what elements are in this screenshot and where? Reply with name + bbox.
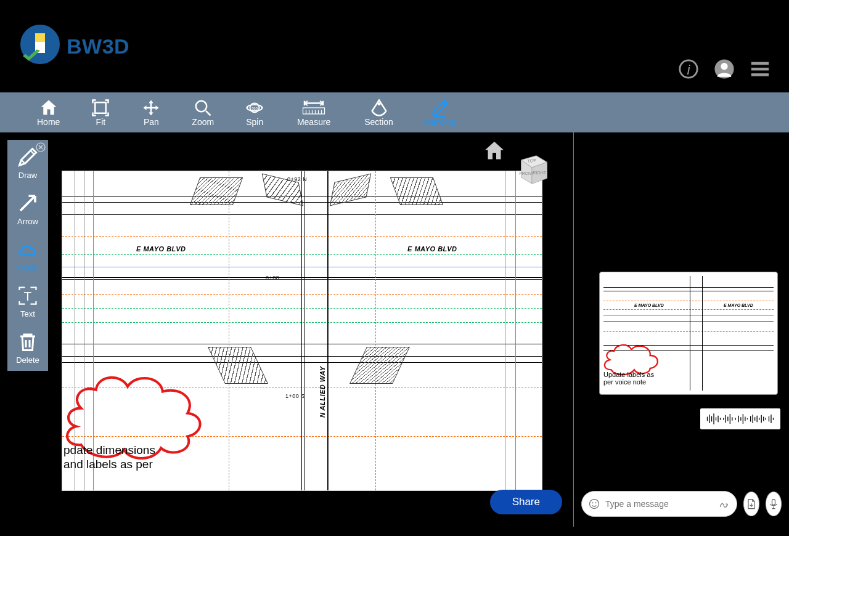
- voice-message[interactable]: [700, 408, 780, 429]
- logo-mark: [18, 25, 62, 68]
- mic-icon: [767, 498, 780, 510]
- file-icon: [745, 498, 758, 510]
- svg-line-9: [206, 111, 211, 116]
- markup-cloud[interactable]: Cloud: [7, 232, 48, 278]
- spin-icon: 360: [245, 99, 264, 117]
- fit-icon: [91, 99, 110, 117]
- svg-point-54: [592, 502, 594, 503]
- toolbar-fit[interactable]: Fit: [91, 99, 110, 127]
- svg-rect-5: [751, 68, 769, 71]
- toolbar-markup[interactable]: Mark-up: [424, 99, 456, 127]
- markup-tools-panel: Draw Arrow Cloud T Text Delete: [7, 140, 48, 371]
- check-icon: [21, 48, 42, 64]
- svg-text:360: 360: [251, 105, 258, 110]
- toolbar-pan[interactable]: Pan: [141, 99, 161, 127]
- arrow-icon: [17, 192, 39, 214]
- chat-input[interactable]: [581, 491, 737, 517]
- markup-arrow[interactable]: Arrow: [7, 186, 48, 232]
- svg-rect-6: [751, 73, 769, 76]
- svg-point-53: [590, 500, 599, 509]
- cad-plan: E MAYO BLVD E MAYO BLVD N ALLIED WAY 0+9…: [62, 171, 542, 490]
- user-icon[interactable]: [714, 59, 735, 79]
- pan-icon: [141, 99, 161, 117]
- toolbar-home[interactable]: Home: [37, 99, 60, 127]
- main-toolbar: Home Fit Pan Zoom 360 Spin Measure Secti…: [0, 92, 789, 132]
- svg-point-55: [595, 502, 597, 503]
- text-icon: T: [17, 285, 39, 307]
- svg-rect-7: [96, 102, 107, 113]
- chat-thumbnail[interactable]: E MAYO BLVD E MAYO BLVD Update labels as…: [599, 272, 778, 395]
- content-row: Draw Arrow Cloud T Text Delete: [0, 132, 789, 527]
- svg-text:RIGHT: RIGHT: [533, 171, 547, 175]
- section-icon: [369, 99, 389, 117]
- svg-point-3: [721, 63, 727, 70]
- handwrite-icon[interactable]: [718, 498, 730, 510]
- svg-rect-4: [751, 62, 769, 65]
- viewcube[interactable]: TOP FRONT RIGHT: [510, 146, 554, 189]
- home-icon: [39, 99, 59, 117]
- waveform-icon: [705, 411, 775, 426]
- menu-icon[interactable]: [750, 59, 770, 79]
- measure-icon: [295, 99, 332, 117]
- markup-delete[interactable]: Delete: [7, 325, 48, 371]
- zoom-icon: [193, 99, 213, 117]
- chat-input-row: [581, 491, 782, 517]
- close-icon[interactable]: [36, 142, 46, 152]
- thumb-note: Update labels as per voice note: [603, 371, 654, 386]
- logo: BW3D: [18, 25, 129, 68]
- cross-street-label: N ALLIED WAY: [319, 366, 326, 418]
- trash-icon: [17, 331, 39, 353]
- cloud-icon: [17, 238, 39, 261]
- svg-text:i: i: [687, 62, 690, 78]
- viewer[interactable]: Draw Arrow Cloud T Text Delete: [0, 132, 573, 527]
- message-field[interactable]: [605, 499, 713, 509]
- toolbar-measure[interactable]: Measure: [295, 99, 332, 127]
- annotation-text[interactable]: pdate dimensions and labels as per: [62, 442, 157, 473]
- chat-panel: E MAYO BLVD E MAYO BLVD Update labels as…: [573, 132, 789, 527]
- street-label-w: E MAYO BLVD: [136, 245, 186, 253]
- svg-point-14: [377, 102, 380, 105]
- share-button[interactable]: Share: [490, 490, 562, 514]
- drawing-canvas[interactable]: E MAYO BLVD E MAYO BLVD N ALLIED WAY 0+9…: [62, 171, 542, 491]
- svg-point-8: [196, 100, 207, 111]
- markup-text[interactable]: T Text: [7, 278, 48, 325]
- viewer-home-icon[interactable]: [483, 140, 505, 162]
- app-header: BW3D i: [0, 0, 789, 92]
- markup-icon: [430, 99, 450, 117]
- toolbar-zoom[interactable]: Zoom: [192, 99, 214, 127]
- app-name: BW3D: [67, 34, 129, 59]
- info-icon[interactable]: i: [678, 59, 699, 79]
- svg-rect-56: [772, 500, 775, 505]
- attach-button[interactable]: [743, 492, 759, 516]
- mic-button[interactable]: [766, 492, 782, 516]
- toolbar-section[interactable]: Section: [364, 99, 393, 127]
- toolbar-spin[interactable]: 360 Spin: [245, 99, 264, 127]
- street-label-e: E MAYO BLVD: [407, 245, 457, 253]
- svg-text:T: T: [24, 289, 32, 303]
- emoji-icon[interactable]: [588, 498, 600, 510]
- svg-text:FRONT: FRONT: [519, 171, 534, 176]
